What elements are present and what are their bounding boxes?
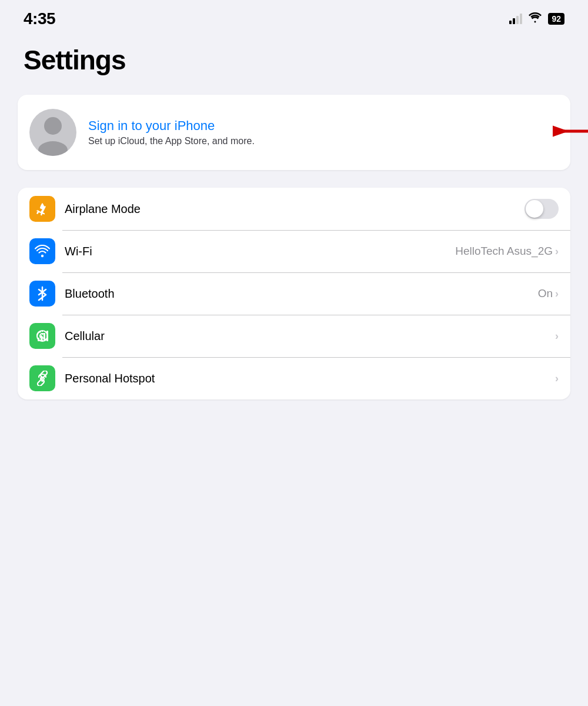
battery-indicator: 92 bbox=[548, 13, 564, 25]
bluetooth-status: On bbox=[538, 287, 553, 300]
signal-icon bbox=[509, 14, 522, 24]
airplane-mode-icon bbox=[35, 201, 50, 217]
cellular-label: Cellular bbox=[65, 329, 546, 343]
settings-group: Airplane Mode Wi-Fi HelloTech Asus_2G › bbox=[18, 188, 570, 399]
hotspot-chevron: › bbox=[555, 372, 559, 385]
sign-in-subtitle: Set up iCloud, the App Store, and more. bbox=[88, 136, 559, 146]
svg-rect-8 bbox=[44, 333, 45, 341]
airplane-mode-toggle[interactable] bbox=[524, 199, 559, 219]
cellular-icon bbox=[35, 328, 50, 344]
personal-hotspot-label: Personal Hotspot bbox=[65, 372, 546, 385]
wifi-row[interactable]: Wi-Fi HelloTech Asus_2G › bbox=[18, 230, 570, 272]
red-arrow-icon bbox=[553, 118, 588, 146]
page-title: Settings bbox=[0, 32, 588, 85]
bluetooth-label: Bluetooth bbox=[65, 287, 529, 301]
personal-hotspot-value: › bbox=[555, 372, 559, 385]
bluetooth-chevron: › bbox=[555, 288, 559, 300]
airplane-mode-icon-container bbox=[29, 196, 55, 222]
wifi-value: HelloTech Asus_2G › bbox=[455, 245, 559, 258]
hotspot-icon bbox=[35, 371, 50, 386]
bluetooth-value: On › bbox=[538, 287, 559, 300]
status-time: 4:35 bbox=[24, 9, 55, 28]
svg-rect-7 bbox=[41, 335, 42, 341]
sign-in-text: Sign in to your iPhone Set up iCloud, th… bbox=[88, 118, 559, 146]
wifi-status-icon bbox=[528, 12, 542, 25]
svg-point-2 bbox=[41, 255, 44, 257]
svg-rect-9 bbox=[46, 331, 48, 341]
airplane-mode-row[interactable]: Airplane Mode bbox=[18, 188, 570, 230]
wifi-label: Wi-Fi bbox=[65, 245, 446, 258]
wifi-network-name: HelloTech Asus_2G bbox=[455, 245, 553, 258]
wifi-chevron: › bbox=[555, 245, 559, 258]
status-bar: 4:35 92 bbox=[0, 0, 588, 32]
personal-hotspot-row[interactable]: Personal Hotspot › bbox=[18, 357, 570, 399]
hotspot-icon-container bbox=[29, 365, 55, 391]
battery-level: 92 bbox=[552, 14, 561, 24]
cellular-chevron: › bbox=[555, 330, 559, 342]
bluetooth-icon-container bbox=[29, 281, 55, 307]
svg-point-11 bbox=[41, 379, 44, 382]
svg-rect-6 bbox=[38, 338, 39, 341]
avatar bbox=[29, 109, 76, 156]
cellular-icon-container bbox=[29, 323, 55, 349]
wifi-row-icon bbox=[35, 245, 50, 258]
status-icons: 92 bbox=[509, 12, 564, 25]
bluetooth-row[interactable]: Bluetooth On › bbox=[18, 272, 570, 315]
sign-in-card[interactable]: Sign in to your iPhone Set up iCloud, th… bbox=[18, 95, 570, 170]
cellular-row[interactable]: Cellular › bbox=[18, 315, 570, 357]
airplane-mode-label: Airplane Mode bbox=[65, 202, 515, 216]
cellular-value: › bbox=[555, 330, 559, 342]
bluetooth-icon bbox=[36, 286, 48, 301]
sign-in-title: Sign in to your iPhone bbox=[88, 118, 559, 134]
wifi-icon-container bbox=[29, 238, 55, 264]
